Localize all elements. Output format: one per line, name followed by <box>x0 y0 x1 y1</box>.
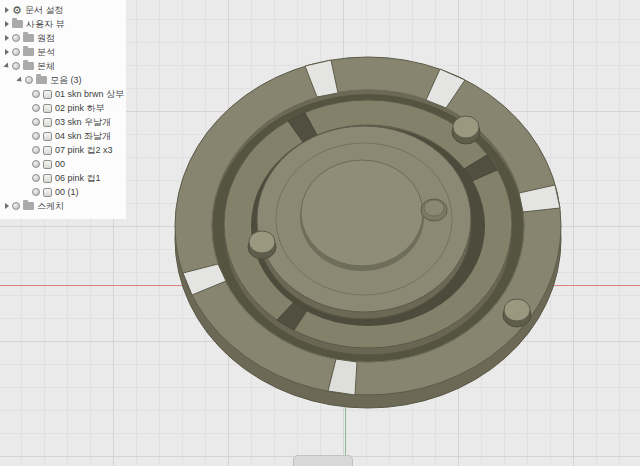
visibility-bulb-icon[interactable] <box>32 160 40 168</box>
browser-item-label: 사용자 뷰 <box>26 18 65 31</box>
browser-item-body[interactable]: 01 skn brwn 상부 <box>0 87 126 101</box>
visibility-bulb-icon[interactable] <box>12 202 20 210</box>
browser-item-body[interactable]: 03 skn 우날개 <box>0 115 126 129</box>
browser-item-label: 문서 설정 <box>25 4 64 17</box>
collapse-arrow-icon[interactable] <box>3 62 10 69</box>
center-plateau[interactable] <box>301 160 423 266</box>
folder-icon <box>23 202 34 210</box>
browser-item-label: 07 pink 컵2 x3 <box>55 144 113 157</box>
browser-item-body[interactable]: 06 pink 컵1 <box>0 171 126 185</box>
browser-item-label: 00 (1) <box>55 187 79 197</box>
folder-icon <box>23 34 34 42</box>
visibility-bulb-icon[interactable] <box>12 62 20 70</box>
folder-icon <box>23 62 34 70</box>
peg[interactable] <box>248 231 276 259</box>
browser-item-group[interactable]: 모음 (3) <box>0 73 126 87</box>
browser-item-analysis[interactable]: 분석 <box>0 45 126 59</box>
gear-icon: ⚙ <box>12 5 22 16</box>
body-icon <box>43 174 52 183</box>
visibility-bulb-icon[interactable] <box>32 90 40 98</box>
browser-item-body[interactable]: 00 (1) <box>0 185 126 199</box>
expand-arrow-icon[interactable] <box>5 7 9 13</box>
browser-item-bodies[interactable]: 본체 <box>0 59 126 73</box>
browser-panel: ⚙ 문서 설정 사용자 뷰 원점 분석 본체 모음 (3) 01 skn brw… <box>0 0 126 219</box>
browser-item-label: 04 skn 좌날개 <box>55 130 111 143</box>
browser-item-body[interactable]: 00 <box>0 157 126 171</box>
expand-arrow-icon[interactable] <box>5 21 9 27</box>
browser-item-body[interactable]: 04 skn 좌날개 <box>0 129 126 143</box>
browser-item-label: 스케치 <box>37 200 64 213</box>
folder-icon <box>36 76 47 84</box>
browser-item-body[interactable]: 07 pink 컵2 x3 <box>0 143 126 157</box>
expand-arrow-icon[interactable] <box>5 35 9 41</box>
browser-item-label: 02 pink 하부 <box>55 102 105 115</box>
expand-arrow-icon[interactable] <box>5 203 9 209</box>
browser-item-origin[interactable]: 원점 <box>0 31 126 45</box>
visibility-bulb-icon[interactable] <box>32 104 40 112</box>
browser-item-user-views[interactable]: 사용자 뷰 <box>0 17 126 31</box>
body-icon <box>43 146 52 155</box>
center-boss-top <box>424 200 444 216</box>
browser-item-label: 본체 <box>37 60 55 73</box>
collapse-arrow-icon[interactable] <box>16 76 23 83</box>
visibility-bulb-icon[interactable] <box>25 76 33 84</box>
body-icon <box>43 90 52 99</box>
folder-icon <box>23 48 34 56</box>
body-icon <box>43 188 52 197</box>
peg[interactable] <box>452 116 480 144</box>
visibility-bulb-icon[interactable] <box>12 34 20 42</box>
browser-item-label: 01 skn brwn 상부 <box>55 88 124 101</box>
visibility-bulb-icon[interactable] <box>32 188 40 196</box>
model-3d-body[interactable] <box>175 57 561 408</box>
browser-item-label: 분석 <box>37 46 55 59</box>
browser-item-label: 06 pink 컵1 <box>55 172 101 185</box>
body-icon <box>43 160 52 169</box>
visibility-bulb-icon[interactable] <box>32 174 40 182</box>
visibility-bulb-icon[interactable] <box>32 146 40 154</box>
peg[interactable] <box>503 299 531 327</box>
folder-icon <box>12 20 23 28</box>
browser-item-label: 03 skn 우날개 <box>55 116 111 129</box>
expand-arrow-icon[interactable] <box>5 49 9 55</box>
browser-item-body[interactable]: 02 pink 하부 <box>0 101 126 115</box>
body-icon <box>43 104 52 113</box>
browser-item-label: 원점 <box>37 32 55 45</box>
body-icon <box>43 132 52 141</box>
navigation-bar-partial[interactable] <box>293 455 353 466</box>
browser-item-label: 모음 (3) <box>50 74 82 87</box>
browser-item-label: 00 <box>55 159 65 169</box>
visibility-bulb-icon[interactable] <box>32 132 40 140</box>
browser-item-sketches[interactable]: 스케치 <box>0 199 126 213</box>
visibility-bulb-icon[interactable] <box>32 118 40 126</box>
browser-item-document-settings[interactable]: ⚙ 문서 설정 <box>0 3 126 17</box>
body-icon <box>43 118 52 127</box>
visibility-bulb-icon[interactable] <box>12 48 20 56</box>
